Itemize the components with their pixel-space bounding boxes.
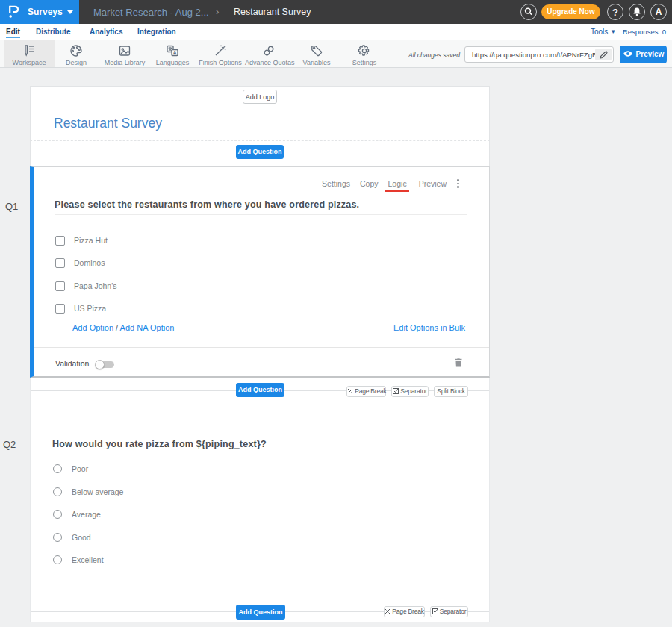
svg-text:A: A [173, 50, 177, 55]
